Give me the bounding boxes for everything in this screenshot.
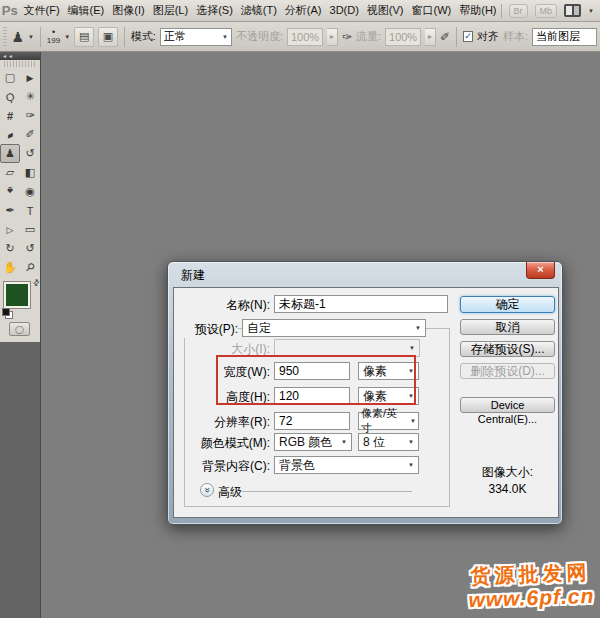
- blur-tool[interactable]: ♠: [0, 182, 20, 201]
- color-mode-value: RGB 颜色: [279, 434, 332, 451]
- resolution-input[interactable]: [274, 412, 350, 430]
- sample-combo[interactable]: 当前图层: [532, 28, 597, 46]
- menu-item[interactable]: 分析(A): [281, 0, 326, 21]
- crop-tool[interactable]: #: [0, 106, 20, 125]
- menu-item[interactable]: 编辑(E): [64, 0, 109, 21]
- align-checkbox[interactable]: ✓: [463, 31, 473, 42]
- delete-preset-button: 删除预设(D)...: [460, 363, 555, 379]
- sample-label: 样本:: [503, 29, 528, 44]
- bit-depth-combo[interactable]: 8 位 ▼: [358, 433, 419, 451]
- width-unit-value: 像素: [363, 363, 387, 380]
- tools-panel-grabber[interactable]: [4, 61, 36, 67]
- quick-mask-button[interactable]: ◯: [9, 322, 30, 336]
- menu-item[interactable]: 文件(F): [20, 0, 64, 21]
- menu-item[interactable]: 选择(S): [192, 0, 237, 21]
- sample-value: 当前图层: [536, 29, 580, 44]
- save-preset-button[interactable]: 存储预设(S)...: [460, 341, 555, 357]
- type-tool[interactable]: T: [20, 201, 40, 220]
- options-bar: ♟ ▼ • 199 ▼ ▤ ▣ 模式: 正常 ▼ 不透明度: 100% ▸ ✑ …: [0, 22, 600, 52]
- menu-item[interactable]: 视图(V): [363, 0, 408, 21]
- mode-value: 正常: [164, 29, 186, 44]
- options-bar-grabber[interactable]: [3, 27, 7, 47]
- caret-down-icon: ▼: [341, 439, 347, 445]
- photoshop-logo: Ps: [0, 3, 20, 18]
- new-document-dialog: 新建 × 名称(N): 预设(P): 自定 ▼ 大小(I): ▼ 宽度(W):: [167, 261, 563, 525]
- opacity-field: 100%: [287, 28, 323, 46]
- flow-spinner-icon: ▸: [425, 28, 436, 46]
- close-button[interactable]: ×: [526, 262, 555, 279]
- minibridge-button[interactable]: Mb: [535, 4, 558, 18]
- color-mode-label: 颜色模式(M):: [182, 435, 270, 452]
- size-label: 大小(I):: [182, 341, 270, 358]
- brush-preset-picker[interactable]: • 199: [47, 28, 60, 45]
- height-unit-value: 像素: [363, 388, 387, 405]
- eyedropper-tool[interactable]: ✑: [20, 106, 40, 125]
- 3d-rotate-tool[interactable]: ↻: [0, 239, 20, 258]
- ok-button[interactable]: 确定: [460, 296, 555, 313]
- eraser-tool[interactable]: ▱: [0, 163, 20, 182]
- brush-tool[interactable]: ✐: [20, 125, 40, 144]
- dodge-tool[interactable]: ◉: [20, 182, 40, 201]
- advanced-expander-button[interactable]: »: [200, 483, 214, 497]
- quick-selection-tool[interactable]: ✳: [20, 87, 40, 106]
- color-mode-combo[interactable]: RGB 颜色 ▼: [274, 433, 352, 451]
- tool-preset-caret-icon[interactable]: ▼: [28, 34, 34, 40]
- caret-down-icon: ▼: [409, 345, 415, 351]
- menu-item[interactable]: 滤镜(T): [237, 0, 281, 21]
- tool-preset-icon[interactable]: ♟: [11, 29, 24, 45]
- brush-preset-caret-icon[interactable]: ▼: [64, 34, 70, 40]
- swap-colors-icon[interactable]: ⇄: [31, 277, 42, 288]
- brush-size-value: 199: [47, 37, 60, 45]
- background-contents-value: 背景色: [279, 457, 315, 474]
- device-central-button[interactable]: Device Central(E)...: [460, 397, 555, 413]
- caret-down-icon: ▼: [222, 34, 228, 40]
- height-input[interactable]: [274, 387, 350, 405]
- gradient-tool[interactable]: ◧: [20, 163, 40, 182]
- left-dock-column: ◄◄ ▢▶Ϙ✳#✑▰✐♟↺▱◧♠◉✒T▷▭↻↺✋⚲ ⇄ ◯: [0, 52, 41, 618]
- clone-stamp-tool[interactable]: ♟: [0, 144, 20, 163]
- rectangle-tool[interactable]: ▭: [20, 220, 40, 239]
- path-selection-tool[interactable]: ▷: [0, 220, 20, 239]
- bridge-button[interactable]: Br: [509, 4, 528, 18]
- opacity-spinner-icon: ▸: [327, 28, 338, 46]
- width-input[interactable]: [274, 362, 350, 380]
- menu-item[interactable]: 图层(L): [149, 0, 192, 21]
- caret-down-icon: ▼: [408, 462, 414, 468]
- height-unit-combo[interactable]: 像素 ▼: [358, 387, 419, 405]
- pen-tool[interactable]: ✒: [0, 201, 20, 220]
- background-contents-combo[interactable]: 背景色 ▼: [274, 456, 419, 474]
- menu-item[interactable]: 3D(D): [326, 0, 363, 21]
- cancel-button[interactable]: 取消: [460, 319, 555, 335]
- height-label: 高度(H):: [182, 389, 270, 406]
- resolution-unit-value: 像素/英寸: [361, 406, 407, 436]
- width-label: 宽度(W):: [182, 364, 270, 381]
- caret-down-icon[interactable]: ▼: [588, 8, 594, 14]
- width-unit-combo[interactable]: 像素 ▼: [358, 362, 419, 380]
- menu-item[interactable]: 帮助(H): [455, 0, 500, 21]
- toggle-brush-panel-button[interactable]: ▤: [74, 27, 94, 47]
- menu-item[interactable]: 窗口(W): [408, 0, 456, 21]
- tools-panel-collapse-icon[interactable]: ◄◄: [0, 52, 40, 60]
- workspace-switcher-icon[interactable]: [564, 4, 581, 17]
- preset-value: 自定: [247, 320, 271, 337]
- history-brush-tool[interactable]: ↺: [20, 144, 40, 163]
- caret-down-icon: ▼: [410, 418, 416, 424]
- preset-combo[interactable]: 自定 ▼: [242, 319, 426, 337]
- mode-combo[interactable]: 正常 ▼: [160, 28, 232, 46]
- default-colors-icon[interactable]: [2, 308, 12, 318]
- resolution-label: 分辨率(R):: [182, 414, 270, 431]
- flow-label: 流量:: [356, 29, 381, 44]
- pen-pressure-icon[interactable]: ✑: [342, 30, 352, 44]
- airbrush-icon[interactable]: ✐: [440, 30, 450, 44]
- resolution-unit-combo[interactable]: 像素/英寸 ▼: [358, 412, 419, 430]
- move-tool[interactable]: ▶: [20, 68, 40, 87]
- menu-item[interactable]: 图像(I): [108, 0, 148, 21]
- tools-panel: ◄◄ ▢▶Ϙ✳#✑▰✐♟↺▱◧♠◉✒T▷▭↻↺✋⚲ ⇄ ◯: [0, 52, 40, 342]
- options-separator: [456, 27, 457, 47]
- options-separator: [40, 27, 41, 47]
- foreground-color-swatch[interactable]: [4, 282, 30, 308]
- name-input[interactable]: [274, 295, 448, 313]
- toggle-clone-source-panel-button[interactable]: ▣: [98, 27, 118, 47]
- advanced-label: 高级: [218, 484, 242, 501]
- lasso-tool[interactable]: Ϙ: [0, 85, 22, 109]
